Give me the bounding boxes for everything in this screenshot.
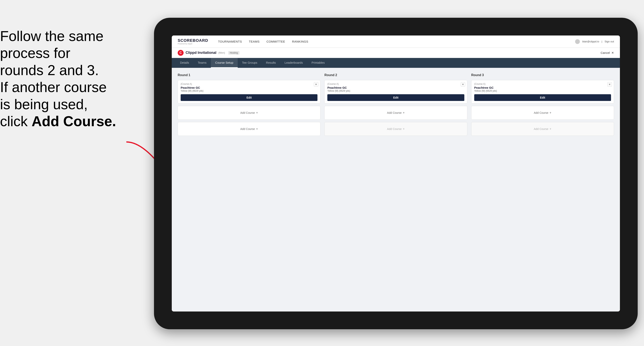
round-2-add-course-1[interactable]: Add Course + xyxy=(324,106,467,120)
sub-nav: C Clippd Invitational (Men) Hosting Canc… xyxy=(172,48,620,58)
round-1-section: Round 1 ✕ (Course A) Peachtree GC Yellow… xyxy=(178,73,320,136)
round-2-add-course-text-1: Add Course + xyxy=(387,111,404,115)
round-1-plus-icon-2: + xyxy=(256,127,258,131)
round-3-course-detail: Yellow (M) (6629 yds) xyxy=(474,90,611,92)
round-2-course-label: (Course A) xyxy=(327,83,464,85)
round-3-plus-icon-1: + xyxy=(550,111,552,115)
round-1-title: Round 1 xyxy=(178,73,320,77)
round-3-edit-button[interactable]: Edit xyxy=(474,94,611,101)
round-1-plus-icon-1: + xyxy=(256,111,258,115)
round-2-course-detail: Yellow (M) (6629 yds) xyxy=(327,90,464,92)
nav-teams[interactable]: TEAMS xyxy=(249,40,260,43)
top-nav: SCOREBOARD Powered by clippd TOURNAMENTS… xyxy=(172,35,620,48)
round-1-edit-button[interactable]: Edit xyxy=(181,94,318,101)
round-2-edit-button[interactable]: Edit xyxy=(327,94,464,101)
clippd-logo-icon: C xyxy=(178,50,184,56)
tab-course-setup[interactable]: Course Setup xyxy=(211,58,238,68)
round-2-course-name: Peachtree GC xyxy=(327,86,464,89)
cancel-button[interactable]: Cancel ✕ xyxy=(600,51,614,55)
round-1-add-course-text-1: Add Course + xyxy=(240,111,258,115)
round-1-add-course-1[interactable]: Add Course + xyxy=(178,106,320,120)
round-3-add-course-text-1: Add Course + xyxy=(534,111,552,115)
sub-nav-left: C Clippd Invitational (Men) Hosting xyxy=(178,50,240,56)
round-1-delete-icon[interactable]: ✕ xyxy=(314,82,318,87)
tab-teams[interactable]: Teams xyxy=(194,58,211,68)
main-content: Round 1 ✕ (Course A) Peachtree GC Yellow… xyxy=(172,68,620,312)
round-2-section: Round 2 ✕ (Course A) Peachtree GC Yellow… xyxy=(324,73,467,136)
round-3-course-card: ✕ (Course A) Peachtree GC Yellow (M) (66… xyxy=(471,80,614,104)
scoreboard-logo: SCOREBOARD Powered by clippd xyxy=(178,38,208,45)
nav-tournaments[interactable]: TOURNAMENTS xyxy=(218,40,242,43)
round-2-delete-icon[interactable]: ✕ xyxy=(461,82,465,87)
round-2-plus-icon-2: + xyxy=(403,127,404,131)
tablet-device: SCOREBOARD Powered by clippd TOURNAMENTS… xyxy=(154,18,638,329)
round-3-plus-icon-2: + xyxy=(550,127,552,131)
round-1-course-card: ✕ (Course A) Peachtree GC Yellow (M) (66… xyxy=(178,80,320,104)
user-email: blair@clippd.io xyxy=(582,40,599,43)
round-1-course-detail: Yellow (M) (6629 yds) xyxy=(181,90,318,92)
tab-details[interactable]: Details xyxy=(176,58,194,68)
round-1-course-label: (Course A) xyxy=(181,83,318,85)
logo-subtitle: Powered by clippd xyxy=(178,43,208,45)
divider: | xyxy=(602,40,602,43)
round-3-section: Round 3 ✕ (Course A) Peachtree GC Yellow… xyxy=(471,73,614,136)
instruction-text: Follow the same process for rounds 2 and… xyxy=(0,28,138,130)
round-1-add-course-text-2: Add Course + xyxy=(240,127,258,131)
round-3-add-course-1[interactable]: Add Course + xyxy=(471,106,614,120)
round-2-plus-icon-1: + xyxy=(403,111,404,115)
round-3-course-label: (Course A) xyxy=(474,83,611,85)
nav-right: blair@clippd.io | Sign out xyxy=(575,39,614,44)
round-3-add-course-2: Add Course + xyxy=(471,122,614,136)
tablet-screen: SCOREBOARD Powered by clippd TOURNAMENTS… xyxy=(172,35,620,312)
round-2-add-course-text-2: Add Course + xyxy=(387,127,404,131)
user-avatar xyxy=(575,39,580,44)
round-3-title: Round 3 xyxy=(471,73,614,77)
hosting-badge: Hosting xyxy=(228,51,240,55)
logo-title: SCOREBOARD xyxy=(178,38,208,43)
round-2-add-course-2: Add Course + xyxy=(324,122,467,136)
round-2-title: Round 2 xyxy=(324,73,467,77)
round-2-course-card: ✕ (Course A) Peachtree GC Yellow (M) (66… xyxy=(324,80,467,104)
nav-rankings[interactable]: RANKINGS xyxy=(292,40,308,43)
sign-out-link[interactable]: Sign out xyxy=(604,40,614,43)
round-3-add-course-text-2: Add Course + xyxy=(534,127,552,131)
main-nav: TOURNAMENTS TEAMS COMMITTEE RANKINGS xyxy=(218,40,575,43)
men-tag: (Men) xyxy=(218,51,225,54)
round-3-delete-icon[interactable]: ✕ xyxy=(608,82,612,87)
tab-tee-groups[interactable]: Tee Groups xyxy=(238,58,262,68)
nav-committee[interactable]: COMMITTEE xyxy=(266,40,285,43)
tournament-name: Clippd Invitational xyxy=(186,51,216,55)
round-3-course-name: Peachtree GC xyxy=(474,86,611,89)
round-1-add-course-2[interactable]: Add Course + xyxy=(178,122,320,136)
tab-printables[interactable]: Printables xyxy=(307,58,329,68)
tab-bar: Details Teams Course Setup Tee Groups Re… xyxy=(172,58,620,68)
tab-results[interactable]: Results xyxy=(262,58,280,68)
tab-leaderboards[interactable]: Leaderboards xyxy=(280,58,307,68)
round-1-course-name: Peachtree GC xyxy=(181,86,318,89)
rounds-grid: Round 1 ✕ (Course A) Peachtree GC Yellow… xyxy=(178,73,614,136)
